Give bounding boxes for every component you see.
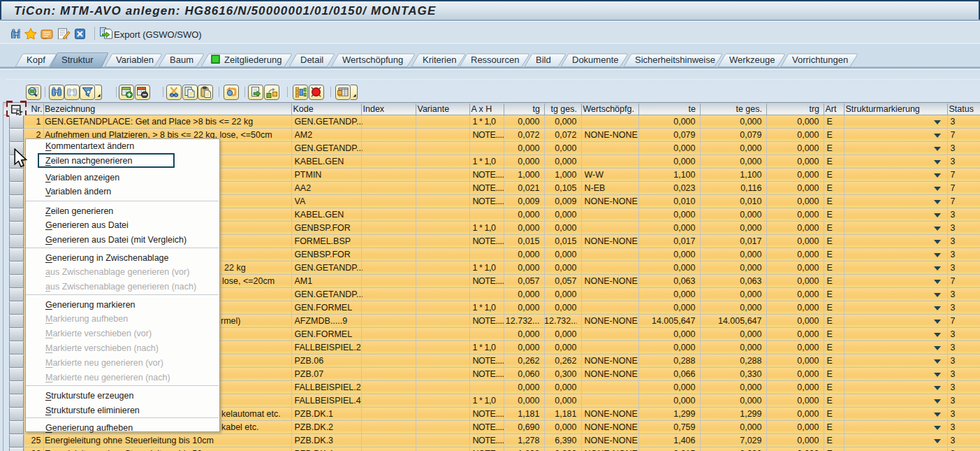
svg-text:Dokumente: Dokumente (572, 55, 618, 65)
svg-text:Baum: Baum (170, 55, 193, 65)
svg-text:Bild: Bild (536, 55, 551, 65)
svg-text:Vorrichtungen: Vorrichtungen (792, 55, 848, 65)
svg-text:Zeitgliederung: Zeitgliederung (224, 55, 281, 65)
svg-text:Kriterien: Kriterien (423, 55, 456, 65)
svg-text:Werkzeuge: Werkzeuge (729, 55, 775, 65)
svg-text:Variablen: Variablen (116, 55, 154, 65)
svg-text:Wertschöpfung: Wertschöpfung (342, 55, 403, 65)
svg-text:Ressourcen: Ressourcen (471, 55, 519, 65)
svg-text:Struktur: Struktur (61, 55, 94, 65)
svg-text:Sicherheitshinweise: Sicherheitshinweise (635, 55, 715, 65)
svg-text:Detail: Detail (300, 55, 323, 65)
svg-text:Kopf: Kopf (27, 55, 45, 65)
